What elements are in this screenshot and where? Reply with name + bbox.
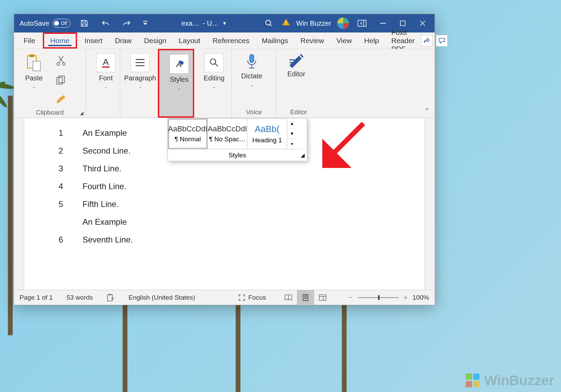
list-item: An Example xyxy=(59,217,390,227)
style-heading-1[interactable]: AaBb( Heading 1 xyxy=(247,118,287,149)
close-button[interactable] xyxy=(413,14,433,32)
tab-mailings[interactable]: Mailings xyxy=(255,32,294,49)
print-layout-button[interactable] xyxy=(297,290,314,305)
tab-draw[interactable]: Draw xyxy=(109,32,138,49)
svg-rect-8 xyxy=(29,54,34,57)
style-normal[interactable]: AaBbCcDdI ¶ Normal xyxy=(168,118,208,149)
gallery-scroll-up-button[interactable]: ▲ xyxy=(287,118,297,129)
tab-home[interactable]: Home xyxy=(43,32,77,49)
style-no-spacing[interactable]: AaBbCcDdI ¶ No Spac… xyxy=(208,118,247,149)
clipboard-group-label: Clipboard xyxy=(17,108,82,117)
zoom-slider[interactable] xyxy=(358,297,399,298)
ribbon-tabs: File Home Insert Draw Design Layout Refe… xyxy=(14,32,435,49)
editing-group: Editing ⌄ xyxy=(194,49,232,118)
focus-label: Focus xyxy=(248,294,266,301)
collapse-ribbon-button[interactable]: ⌃ xyxy=(424,107,430,115)
title-dropdown-icon[interactable]: ▼ xyxy=(222,21,227,26)
zoom-in-button[interactable]: + xyxy=(403,293,408,302)
minimize-button[interactable] xyxy=(373,14,393,32)
styles-gallery-popup: AaBbCcDdI ¶ Normal AaBbCcDdI ¶ No Spac… … xyxy=(167,118,307,161)
svg-rect-38 xyxy=(473,374,479,380)
language-status[interactable]: English (United States) xyxy=(128,294,195,301)
customize-qat-button[interactable] xyxy=(141,16,149,30)
chevron-down-icon: ⌄ xyxy=(32,84,36,89)
redo-button[interactable] xyxy=(120,16,134,30)
view-buttons xyxy=(280,290,331,305)
dictate-label: Dictate xyxy=(241,72,262,80)
quick-access-toolbar xyxy=(77,16,149,30)
user-name[interactable]: Win Buzzer xyxy=(296,19,331,27)
svg-rect-34 xyxy=(319,295,326,300)
document-title: exa… - U… ▼ xyxy=(156,19,252,27)
warning-icon[interactable] xyxy=(282,18,290,28)
ribbon-display-button[interactable] xyxy=(355,16,369,30)
autosave-toggle[interactable]: AutoSave Off xyxy=(20,19,71,28)
dictate-button[interactable]: Dictate ⌄ xyxy=(235,51,268,87)
page-count[interactable]: Page 1 of 1 xyxy=(20,294,53,301)
font-group: A Font ⌄ xyxy=(86,49,120,118)
paragraph-button[interactable]: Paragraph ⌄ xyxy=(124,51,157,89)
autosave-label: AutoSave xyxy=(20,19,49,27)
paste-button[interactable]: Paste ⌄ xyxy=(17,51,50,108)
svg-rect-13 xyxy=(59,76,64,83)
svg-rect-39 xyxy=(466,381,472,387)
focus-mode-button[interactable]: Focus xyxy=(238,294,266,301)
chevron-down-icon: ⌄ xyxy=(177,86,181,91)
voice-group-label: Voice xyxy=(235,107,273,117)
voice-group: Dictate ⌄ Voice xyxy=(232,49,276,118)
clipboard-launcher-icon[interactable]: ◢ xyxy=(80,110,84,116)
svg-text:A: A xyxy=(103,57,109,67)
styles-dialog-launcher-icon[interactable]: ◢ xyxy=(301,152,305,158)
undo-button[interactable] xyxy=(99,16,112,30)
palm-tree-decoration xyxy=(336,304,353,392)
ribbon: Paste ⌄ Clipboard ◢ xyxy=(14,49,435,118)
tab-foxit[interactable]: Foxit Reader PDF xyxy=(385,32,421,49)
autosave-state: Off xyxy=(61,21,67,26)
cut-button[interactable] xyxy=(53,53,69,68)
zoom-level[interactable]: 100% xyxy=(412,294,429,301)
svg-rect-16 xyxy=(102,66,110,68)
document-area: 1An Example 2Second Line. 3Third Line. 4… xyxy=(14,118,435,290)
tab-design[interactable]: Design xyxy=(138,32,172,49)
svg-point-21 xyxy=(210,59,216,64)
paste-label: Paste xyxy=(25,74,42,82)
tab-references[interactable]: References xyxy=(207,32,255,49)
share-button[interactable] xyxy=(421,35,433,47)
save-button[interactable] xyxy=(77,16,91,30)
font-button[interactable]: A Font ⌄ xyxy=(89,51,122,89)
editing-button[interactable]: Editing ⌄ xyxy=(198,51,230,89)
editor-button[interactable]: Editor xyxy=(280,51,313,78)
document-page[interactable]: 1An Example 2Second Line. 3Third Line. 4… xyxy=(24,118,424,290)
styles-button[interactable]: A Styles ⌄ xyxy=(163,52,196,91)
svg-rect-28 xyxy=(108,295,112,301)
document-title-left: exa… xyxy=(182,19,199,27)
gallery-expand-button[interactable]: ▾ xyxy=(287,139,297,149)
comments-button[interactable] xyxy=(436,35,448,47)
read-mode-button[interactable] xyxy=(280,290,297,305)
editor-group-label: Editor xyxy=(280,107,317,117)
search-button[interactable] xyxy=(263,17,275,29)
copy-button[interactable] xyxy=(53,73,69,88)
style-heading-1-label: Heading 1 xyxy=(252,136,282,144)
spellcheck-button[interactable] xyxy=(107,293,115,302)
zoom-out-button[interactable]: − xyxy=(348,293,353,302)
web-layout-button[interactable] xyxy=(314,290,331,305)
tab-file[interactable]: File xyxy=(17,32,41,49)
chevron-down-icon: ⌄ xyxy=(212,84,216,89)
tab-help[interactable]: Help xyxy=(358,32,385,49)
svg-point-10 xyxy=(57,63,60,65)
gallery-scroll-down-button[interactable]: ▼ xyxy=(287,129,297,139)
word-count[interactable]: 53 words xyxy=(66,294,93,301)
format-painter-button[interactable] xyxy=(53,93,69,108)
svg-rect-9 xyxy=(33,61,40,71)
user-avatar[interactable] xyxy=(337,17,349,29)
chevron-down-icon: ⌄ xyxy=(104,84,108,89)
tab-view[interactable]: View xyxy=(330,32,358,49)
svg-rect-22 xyxy=(250,54,254,63)
svg-rect-6 xyxy=(400,21,405,26)
tab-insert[interactable]: Insert xyxy=(78,32,109,49)
tab-review[interactable]: Review xyxy=(294,32,330,49)
editor-group: Editor Editor xyxy=(276,49,321,118)
tab-layout[interactable]: Layout xyxy=(173,32,207,49)
list-item: 5Fifth Line. xyxy=(59,199,390,209)
